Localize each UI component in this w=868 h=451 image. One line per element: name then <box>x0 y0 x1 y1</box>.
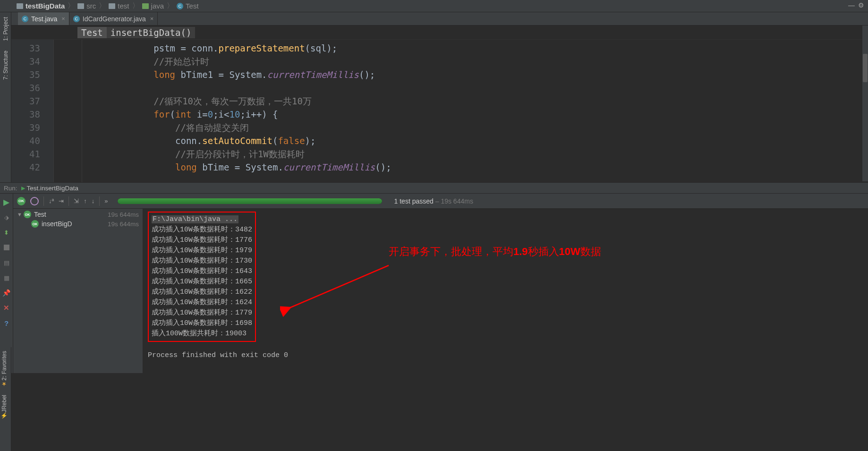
favorites-label: 2: Favorites <box>1 351 8 381</box>
class-icon: C <box>73 16 80 22</box>
test-progress-bar <box>118 198 382 204</box>
line-gutter[interactable]: 33343536373839404142 <box>11 40 54 182</box>
breadcrumb-item-class[interactable]: C Test <box>177 2 199 10</box>
folder-icon <box>142 3 149 9</box>
chevron-icon: 〉 <box>132 1 139 10</box>
chevron-icon: 〉 <box>167 1 174 10</box>
tab-test-java[interactable]: C Test.java × <box>18 12 69 25</box>
run-label: Run: <box>4 185 17 192</box>
test-tree: ▼ OK Test 19s 644ms OK insertBigD 19s 64… <box>13 209 143 373</box>
ok-badge-icon: OK <box>24 211 31 218</box>
activity-icon[interactable]: ⬍ <box>3 229 10 236</box>
test-tree-root[interactable]: ▼ OK Test 19s 644ms <box>13 210 143 219</box>
pin-icon[interactable]: 📌 <box>3 289 10 297</box>
svg-line-1 <box>289 265 389 308</box>
circle-icon[interactable] <box>30 197 39 205</box>
run-header: Run: ▶ Test.insertBigData — ⚙ <box>0 182 868 194</box>
anno-text-post: 数据 <box>580 246 601 257</box>
breadcrumb: testBigData 〉 src 〉 test 〉 java 〉 C Test <box>0 0 868 12</box>
run-target: Test.insertBigData <box>27 185 79 192</box>
collapse-icon[interactable]: ⇥ <box>59 197 64 204</box>
breadcrumb-item-java[interactable]: java <box>142 2 164 10</box>
folder-icon <box>77 3 84 9</box>
class-icon: C <box>177 3 183 9</box>
tool-favorites[interactable]: ★ 2: Favorites <box>0 347 9 391</box>
gear-icon[interactable]: ⚙ <box>858 1 864 9</box>
more-icon[interactable]: » <box>104 197 108 204</box>
progress-fill <box>118 198 382 204</box>
run-toolbar: OK ↓ª ⇥ ⇲ ↑ ↓ » 1 test passed – 19s 644m… <box>13 194 868 209</box>
jrebel-label: JRebel <box>1 395 8 412</box>
close-button[interactable]: ✕ <box>3 304 10 312</box>
test-tree-item[interactable]: OK insertBigD 19s 644ms <box>13 219 143 229</box>
structure-label: 7: Structure <box>2 51 9 80</box>
minimize-icon[interactable]: — <box>848 1 855 9</box>
arrow-icon <box>280 261 393 317</box>
expand-icon[interactable]: ⇲ <box>74 197 79 204</box>
context-method[interactable]: insertBigData() <box>107 27 196 38</box>
ok-badge-icon[interactable]: OK <box>17 197 26 205</box>
chevron-down-icon[interactable]: ▼ <box>17 212 22 217</box>
close-icon[interactable]: × <box>61 15 65 22</box>
ok-badge-icon: OK <box>31 220 39 228</box>
annotation-overlay: 开启事务下，批处理，平均1.9秒插入10W数据 <box>389 247 719 259</box>
project-label: 1: Project <box>2 17 9 41</box>
close-icon[interactable]: × <box>150 15 154 22</box>
debug-toggle-button[interactable]: ⬗ <box>3 213 10 221</box>
breadcrumb-item-project[interactable]: testBigData <box>17 2 65 10</box>
tab-label: IdCardGenerator.java <box>83 15 146 23</box>
breadcrumb-label: Test <box>186 2 199 10</box>
scroll-thumb[interactable] <box>863 54 868 82</box>
folder-icon <box>109 3 115 9</box>
tree-time: 19s 644ms <box>108 211 139 218</box>
bottom-tool-strip: ★ 2: Favorites ⚡ JRebel <box>0 347 11 451</box>
prev-icon[interactable]: ↑ <box>84 197 87 204</box>
next-icon[interactable]: ↓ <box>92 197 95 204</box>
run-tool-strip: ▶ ⬗ ⬍ ▤ ▦ 📌 ✕ ? <box>0 194 13 373</box>
editor-tabs: C Test.java × C IdCardGenerator.java × <box>11 12 868 26</box>
class-icon: C <box>22 16 28 22</box>
editor-context-bar: Test insertBigData() <box>11 26 868 40</box>
run-arrow-icon: ▶ <box>21 185 25 191</box>
anno-bold2: 10W <box>559 246 580 257</box>
breadcrumb-item-src[interactable]: src <box>77 2 96 10</box>
context-class[interactable]: Test <box>77 27 107 38</box>
rerun-button[interactable]: ▶ <box>3 198 10 206</box>
tests-duration: – 19s 644ms <box>435 197 473 205</box>
layout-button[interactable]: ▤ <box>3 259 10 266</box>
layout-button-2[interactable]: ▦ <box>3 274 10 281</box>
editor-scrollbar[interactable] <box>862 26 868 181</box>
breadcrumb-item-test[interactable]: test <box>109 2 129 10</box>
chevron-icon: 〉 <box>99 1 106 10</box>
breadcrumb-label: src <box>86 2 96 10</box>
sort-icon[interactable]: ↓ª <box>49 197 54 204</box>
editor-content[interactable]: 33343536373839404142 pstm = conn.prepare… <box>11 40 868 182</box>
stop-button[interactable] <box>3 244 10 251</box>
left-tool-strip: 1: Project 7: Structure <box>0 12 11 182</box>
jrebel-icon: ⚡ <box>1 412 8 419</box>
console-highlight-box: F:\Java\bin\java ...成功插入10W条数据耗时：3482成功插… <box>148 212 256 342</box>
anno-text-mid: 秒插入 <box>528 246 559 257</box>
help-button[interactable]: ? <box>3 319 10 327</box>
tool-structure[interactable]: 7: Structure <box>1 46 10 85</box>
breadcrumb-label: testBigData <box>26 2 65 10</box>
breadcrumb-label: test <box>118 2 129 10</box>
tool-jrebel[interactable]: ⚡ JRebel <box>0 391 9 423</box>
star-icon: ★ <box>1 381 8 387</box>
console-output[interactable]: F:\Java\bin\java ...成功插入10W条数据耗时：3482成功插… <box>143 209 868 373</box>
anno-text-pre: 开启事务下，批处理，平均 <box>389 246 513 257</box>
code-area[interactable]: pstm = conn.prepareStatement(sql); //开始总… <box>82 40 868 182</box>
tests-passed: 1 test passed <box>394 197 434 205</box>
tab-idcard-java[interactable]: C IdCardGenerator.java × <box>69 12 158 25</box>
tab-label: Test.java <box>31 15 57 23</box>
breadcrumb-label: java <box>151 2 164 10</box>
tool-project[interactable]: 1: Project <box>1 12 10 46</box>
test-stats: 1 test passed – 19s 644ms <box>394 197 473 205</box>
anno-bold1: 1.9 <box>513 246 528 257</box>
console-exit-line: Process finished with exit code 0 <box>148 350 863 361</box>
tree-label: Test <box>34 211 108 218</box>
folder-icon <box>17 3 23 9</box>
tree-time: 19s 644ms <box>108 221 139 228</box>
chevron-icon: 〉 <box>68 1 75 10</box>
tree-label: insertBigD <box>42 220 108 228</box>
